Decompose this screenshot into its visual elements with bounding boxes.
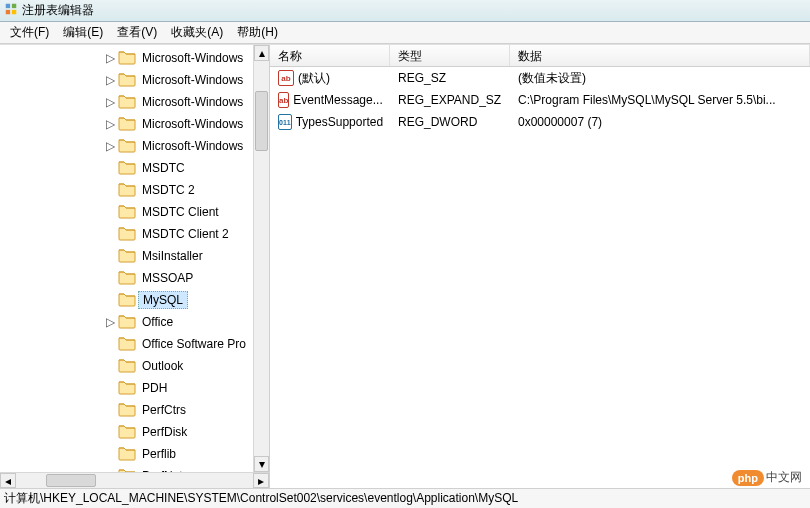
folder-icon <box>118 247 136 266</box>
scroll-down-button[interactable]: ▾ <box>254 456 269 472</box>
tree-item[interactable]: Perflib <box>4 443 269 465</box>
menu-favorites[interactable]: 收藏夹(A) <box>165 22 229 43</box>
expander-icon[interactable] <box>104 360 116 372</box>
menu-file[interactable]: 文件(F) <box>4 22 55 43</box>
expander-icon[interactable] <box>104 338 116 350</box>
list-row[interactable]: 011TypesSupportedREG_DWORD0x00000007 (7) <box>270 111 810 133</box>
tree-item[interactable]: ▷Office <box>4 311 269 333</box>
statusbar: 计算机\HKEY_LOCAL_MACHINE\SYSTEM\ControlSet… <box>0 488 810 508</box>
tree-item[interactable]: ▷Microsoft-Windows <box>4 91 269 113</box>
expander-icon[interactable]: ▷ <box>104 74 116 86</box>
column-header-type[interactable]: 类型 <box>390 45 510 66</box>
expander-icon[interactable] <box>104 206 116 218</box>
tree-item-label: Perflib <box>138 446 180 462</box>
tree-item[interactable]: PerfNet <box>4 465 269 472</box>
scroll-right-button[interactable]: ▸ <box>253 473 269 488</box>
expander-icon[interactable] <box>104 250 116 262</box>
expander-icon[interactable] <box>104 426 116 438</box>
watermark-bubble: php <box>732 470 764 486</box>
tree-item[interactable]: MSDTC 2 <box>4 179 269 201</box>
cell-data: C:\Program Files\MySQL\MySQL Server 5.5\… <box>510 91 810 109</box>
folder-icon <box>118 291 136 310</box>
svg-rect-1 <box>12 4 16 8</box>
cell-name: ab(默认) <box>270 68 390 89</box>
folder-icon <box>118 93 136 112</box>
folder-icon <box>118 401 136 420</box>
tree-item[interactable]: MSSOAP <box>4 267 269 289</box>
scroll-track-h[interactable] <box>16 473 253 488</box>
expander-icon[interactable] <box>104 272 116 284</box>
tree-item-label: Office Software Pro <box>138 336 250 352</box>
content-area: ▷Microsoft-Windows▷Microsoft-Windows▷Mic… <box>0 44 810 488</box>
tree-item[interactable]: MySQL <box>4 289 269 311</box>
expander-icon[interactable] <box>104 470 116 472</box>
status-path: 计算机\HKEY_LOCAL_MACHINE\SYSTEM\ControlSet… <box>4 490 518 507</box>
registry-tree[interactable]: ▷Microsoft-Windows▷Microsoft-Windows▷Mic… <box>0 45 269 472</box>
tree-item[interactable]: Outlook <box>4 355 269 377</box>
tree-item-label: Office <box>138 314 177 330</box>
tree-item[interactable]: ▷Microsoft-Windows <box>4 47 269 69</box>
expander-icon[interactable] <box>104 184 116 196</box>
tree-item[interactable]: MSDTC Client <box>4 201 269 223</box>
tree-item-label: PDH <box>138 380 171 396</box>
menu-edit[interactable]: 编辑(E) <box>57 22 109 43</box>
scroll-track-v[interactable] <box>254 61 269 456</box>
tree-item[interactable]: ▷Microsoft-Windows <box>4 113 269 135</box>
tree-item[interactable]: PerfDisk <box>4 421 269 443</box>
tree-item-label: MsiInstaller <box>138 248 207 264</box>
column-header-data[interactable]: 数据 <box>510 45 810 66</box>
list-pane: 名称 类型 数据 ab(默认)REG_SZ(数值未设置)abEventMessa… <box>270 45 810 488</box>
scroll-left-button[interactable]: ◂ <box>0 473 16 488</box>
list-body[interactable]: ab(默认)REG_SZ(数值未设置)abEventMessage...REG_… <box>270 67 810 488</box>
list-row[interactable]: ab(默认)REG_SZ(数值未设置) <box>270 67 810 89</box>
expander-icon[interactable] <box>104 448 116 460</box>
tree-item[interactable]: MsiInstaller <box>4 245 269 267</box>
expander-icon[interactable]: ▷ <box>104 52 116 64</box>
cell-name: abEventMessage... <box>270 90 390 110</box>
tree-item[interactable]: Office Software Pro <box>4 333 269 355</box>
menu-view[interactable]: 查看(V) <box>111 22 163 43</box>
scroll-up-button[interactable]: ▴ <box>254 45 269 61</box>
expander-icon[interactable]: ▷ <box>104 118 116 130</box>
folder-icon <box>118 225 136 244</box>
folder-icon <box>118 357 136 376</box>
tree-item-label: MSDTC <box>138 160 189 176</box>
expander-icon[interactable] <box>104 294 116 306</box>
watermark-text: 中文网 <box>766 469 802 486</box>
tree-item-label: Outlook <box>138 358 187 374</box>
tree-item[interactable]: MSDTC Client 2 <box>4 223 269 245</box>
value-name: EventMessage... <box>293 93 382 107</box>
folder-icon <box>118 203 136 222</box>
folder-icon <box>118 71 136 90</box>
expander-icon[interactable] <box>104 228 116 240</box>
tree-item[interactable]: ▷Microsoft-Windows <box>4 69 269 91</box>
expander-icon[interactable]: ▷ <box>104 316 116 328</box>
tree-item-label: PerfDisk <box>138 424 191 440</box>
tree-item[interactable]: PDH <box>4 377 269 399</box>
folder-icon <box>118 335 136 354</box>
expander-icon[interactable] <box>104 162 116 174</box>
svg-rect-0 <box>6 4 10 8</box>
window-title: 注册表编辑器 <box>22 2 94 19</box>
column-header-name[interactable]: 名称 <box>270 45 390 66</box>
tree-item[interactable]: ▷Microsoft-Windows <box>4 135 269 157</box>
folder-icon <box>118 137 136 156</box>
menu-help[interactable]: 帮助(H) <box>231 22 284 43</box>
value-name: TypesSupported <box>296 115 383 129</box>
list-row[interactable]: abEventMessage...REG_EXPAND_SZC:\Program… <box>270 89 810 111</box>
tree-item-label: MySQL <box>138 291 188 309</box>
svg-rect-3 <box>12 10 16 14</box>
tree-item-label: PerfCtrs <box>138 402 190 418</box>
tree-item-label: Microsoft-Windows <box>138 94 247 110</box>
tree-horizontal-scrollbar[interactable]: ◂ ▸ <box>0 472 269 488</box>
scroll-thumb-h[interactable] <box>46 474 96 487</box>
expander-icon[interactable] <box>104 382 116 394</box>
tree-vertical-scrollbar[interactable]: ▴ ▾ <box>253 45 269 472</box>
expander-icon[interactable]: ▷ <box>104 96 116 108</box>
tree-item[interactable]: MSDTC <box>4 157 269 179</box>
expander-icon[interactable] <box>104 404 116 416</box>
folder-icon <box>118 423 136 442</box>
expander-icon[interactable]: ▷ <box>104 140 116 152</box>
tree-item[interactable]: PerfCtrs <box>4 399 269 421</box>
scroll-thumb-v[interactable] <box>255 91 268 151</box>
